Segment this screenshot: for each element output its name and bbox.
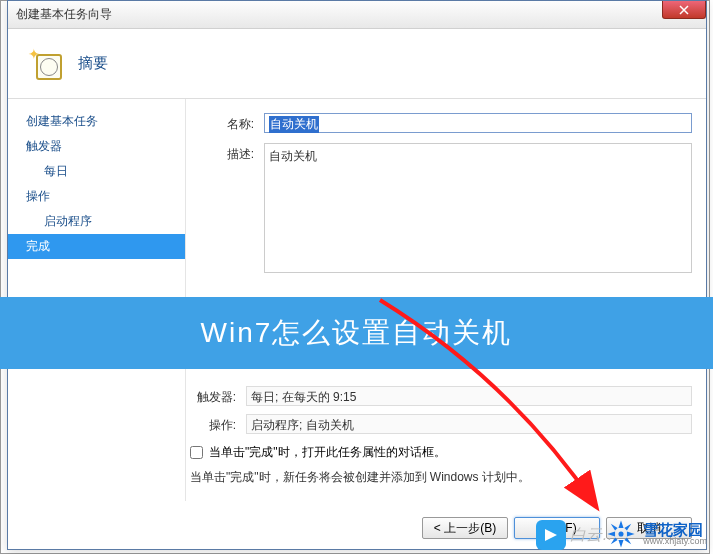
back-button[interactable]: < 上一步(B) (422, 517, 508, 539)
sidebar-item-start-program[interactable]: 启动程序 (8, 209, 185, 234)
banner-text: Win7怎么设置自动关机 (201, 314, 513, 352)
wizard-icon: ✦ (30, 48, 62, 80)
watermark-2-url: www.xhjaty.com (643, 537, 707, 546)
close-button[interactable] (662, 1, 706, 19)
wizard-header: ✦ 摘要 (8, 29, 706, 99)
action-label: 操作: (190, 414, 246, 434)
overlay-banner: Win7怎么设置自动关机 (0, 297, 713, 369)
trigger-label: 触发器: (190, 386, 246, 406)
sidebar-item-action[interactable]: 操作 (8, 184, 185, 209)
checkbox-label: 当单击"完成"时，打开此任务属性的对话框。 (209, 444, 446, 461)
sidebar-item-trigger[interactable]: 触发器 (8, 134, 185, 159)
desc-label: 描述: (208, 143, 264, 273)
trigger-value: 每日; 在每天的 9:15 (246, 386, 692, 406)
close-icon (679, 5, 689, 15)
watermark-1-icon (536, 520, 566, 550)
svg-point-0 (619, 531, 624, 536)
name-input[interactable]: 自动关机 (264, 113, 692, 133)
wizard-window: 创建基本任务向导 ✦ 摘要 创建基本任务 触发器 每日 操作 启动程序 完成 名… (7, 0, 707, 550)
desc-textarea[interactable] (264, 143, 692, 273)
sidebar-item-finish[interactable]: 完成 (8, 234, 185, 259)
action-value: 启动程序; 自动关机 (246, 414, 692, 434)
name-value-selected: 自动关机 (269, 116, 319, 133)
snowflake-icon (603, 516, 639, 552)
titlebar: 创建基本任务向导 (8, 1, 706, 29)
page-title: 摘要 (78, 54, 108, 73)
hint-text: 当单击"完成"时，新任务将会被创建并添加到 Windows 计划中。 (190, 469, 692, 486)
watermark-2: 雪花家园 www.xhjaty.com (603, 516, 707, 552)
sidebar-item-create-task[interactable]: 创建基本任务 (8, 109, 185, 134)
sidebar-item-daily[interactable]: 每日 (8, 159, 185, 184)
open-properties-checkbox[interactable] (190, 446, 203, 459)
watermark-2-brand: 雪花家园 (643, 522, 707, 537)
window-title: 创建基本任务向导 (16, 6, 112, 23)
summary-rows: 触发器: 每日; 在每天的 9:15 操作: 启动程序; 自动关机 当单击"完成… (190, 386, 692, 486)
name-label: 名称: (208, 113, 264, 133)
